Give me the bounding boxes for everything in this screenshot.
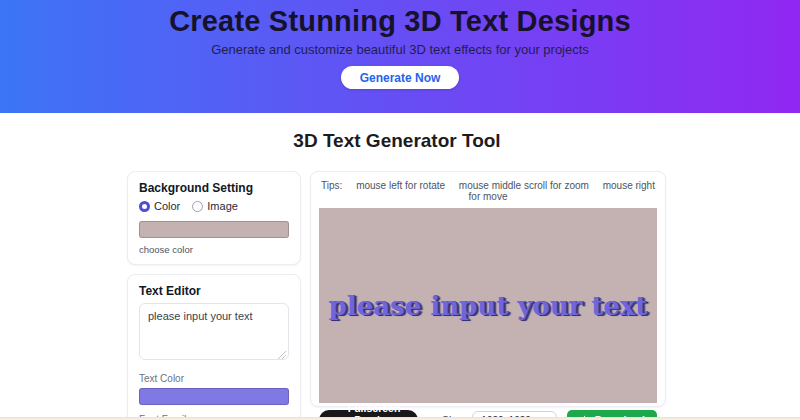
text-editor-panel: Text Editor please input your text Text …	[127, 274, 301, 420]
background-setting-title: Background Setting	[139, 181, 289, 195]
preview-panel: Tips: mouse left for rotate mouse middle…	[310, 171, 666, 407]
rendered-3d-text: please input your text	[329, 291, 648, 321]
tip-rotate: mouse left for rotate	[356, 180, 445, 191]
hero-banner: Create Stunning 3D Text Designs Generate…	[0, 0, 800, 113]
radio-option-color[interactable]: Color	[139, 200, 180, 212]
tips-bar: Tips: mouse left for rotate mouse middle…	[319, 179, 657, 208]
text-input[interactable]: please input your text	[139, 303, 289, 360]
text-color-label: Text Color	[139, 373, 289, 384]
choose-color-label: choose color	[139, 244, 289, 255]
radio-option-label: Color	[154, 200, 180, 212]
tool-heading: 3D Text Generator Tool	[127, 130, 667, 152]
settings-sidebar: Background Setting Color Image choose co…	[127, 171, 301, 420]
preview-canvas[interactable]: please input your text	[319, 208, 657, 403]
textarea-resize-handle[interactable]	[278, 351, 286, 359]
radio-selected-icon	[139, 201, 150, 212]
text-editor-title: Text Editor	[139, 284, 289, 298]
generate-now-button[interactable]: Generate Now	[341, 66, 460, 89]
background-color-swatch[interactable]	[139, 221, 289, 238]
radio-option-label: Image	[207, 200, 238, 212]
tip-zoom: mouse middle scroll for zoom	[459, 180, 589, 191]
radio-option-image[interactable]: Image	[192, 200, 238, 212]
radio-unselected-icon	[192, 201, 203, 212]
hero-title: Create Stunning 3D Text Designs	[0, 0, 800, 38]
background-type-radio-group: Color Image	[139, 200, 289, 212]
hero-subtitle: Generate and customize beautiful 3D text…	[0, 42, 800, 57]
background-setting-panel: Background Setting Color Image choose co…	[127, 171, 301, 265]
text-color-swatch[interactable]	[139, 388, 289, 405]
tips-label: Tips:	[321, 180, 342, 191]
text-input-wrap: please input your text	[139, 303, 289, 364]
